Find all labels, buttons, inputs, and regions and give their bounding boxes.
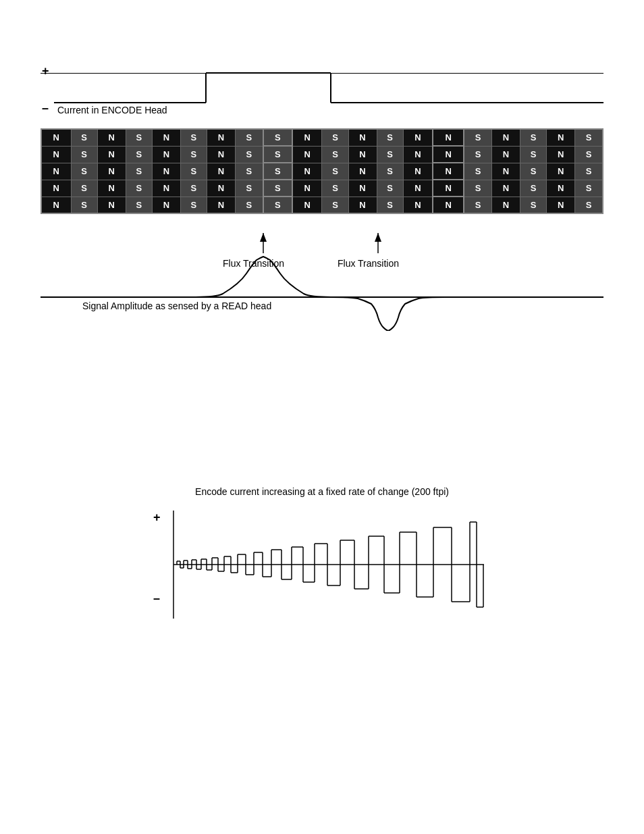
svg-text:Flux Transition: Flux Transition xyxy=(338,258,399,269)
encode-chart-container: + – xyxy=(153,507,491,625)
section2-label: Encode current increasing at a fixed rat… xyxy=(41,486,603,497)
page-container: + – Current in ENCODE Head N S N S N S N xyxy=(0,0,644,834)
plus-symbol-chart: + xyxy=(153,511,161,525)
section2-container: Encode current increasing at a fixed rat… xyxy=(41,486,603,625)
minus-symbol-chart: – xyxy=(153,592,160,606)
svg-marker-6 xyxy=(260,233,267,242)
encode-increasing-svg xyxy=(153,507,491,622)
svg-text:Signal Amplitude as sensed by : Signal Amplitude as sensed by a READ hea… xyxy=(82,301,271,311)
signal-section-svg: Flux Transition Flux Transition Signal A… xyxy=(41,128,603,331)
svg-marker-8 xyxy=(375,233,381,242)
encode-waveform-svg xyxy=(41,61,603,115)
